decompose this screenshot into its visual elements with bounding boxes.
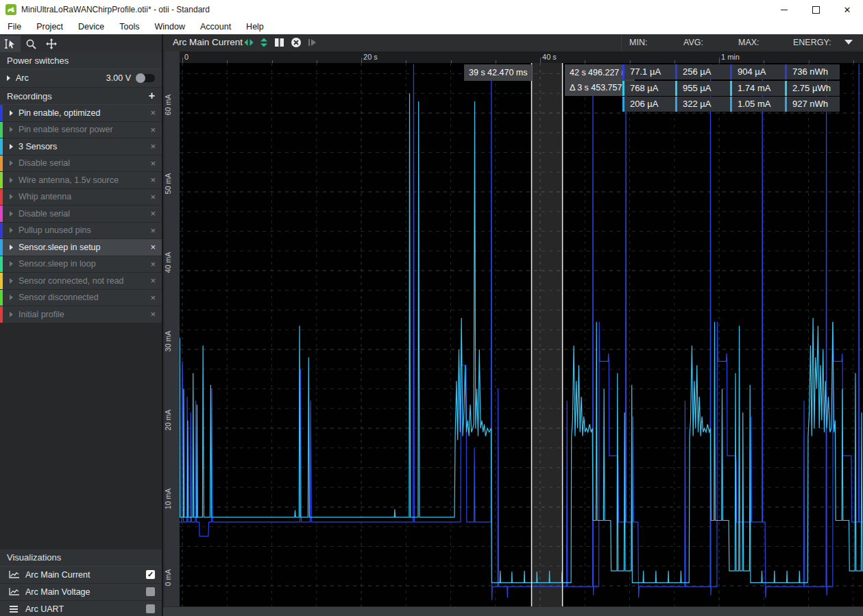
- remove-recording-icon[interactable]: ×: [150, 141, 162, 151]
- stats-cell: 1.05 mA: [730, 97, 785, 112]
- recording-color-stripe: [0, 122, 3, 138]
- recording-item[interactable]: Initial profile×: [0, 306, 162, 323]
- menu-item-tools[interactable]: Tools: [112, 19, 147, 34]
- recording-color-stripe: [0, 239, 3, 256]
- expander-icon[interactable]: [10, 278, 13, 284]
- menu-item-account[interactable]: Account: [193, 19, 239, 34]
- close-button[interactable]: ✕: [831, 0, 863, 19]
- menu-item-device[interactable]: Device: [71, 19, 112, 34]
- recording-item[interactable]: Pullup unused pins×: [0, 223, 162, 240]
- waveform-svg[interactable]: [180, 63, 863, 606]
- recording-item[interactable]: Sensor.sleep in loop×: [0, 256, 162, 273]
- expander-icon[interactable]: [10, 144, 13, 149]
- recording-item[interactable]: Sensor connected, not read×: [0, 273, 162, 290]
- recording-label: Sensor.sleep in loop: [19, 259, 96, 269]
- expander-icon[interactable]: [7, 75, 10, 81]
- recording-item[interactable]: Pin enable sensor power×: [0, 122, 162, 139]
- expander-icon[interactable]: [10, 312, 13, 317]
- remove-recording-icon[interactable]: ×: [150, 175, 162, 185]
- remove-recording-icon[interactable]: ×: [150, 275, 162, 286]
- recording-color-stripe: [0, 273, 3, 289]
- remove-recording-icon[interactable]: ×: [150, 192, 162, 202]
- bottom-bar: [163, 606, 863, 616]
- pan-tool-button[interactable]: [41, 36, 62, 52]
- expander-icon[interactable]: [10, 160, 13, 166]
- stats-col-header: ENERGY:: [793, 38, 831, 47]
- menu-item-file[interactable]: File: [0, 19, 29, 34]
- remove-recording-icon[interactable]: ×: [150, 293, 162, 303]
- remove-recording-icon[interactable]: ×: [150, 225, 162, 236]
- stats-row: 77.1 µA256 µA904 µA736 nWh: [622, 64, 840, 79]
- cursor-tooltip: 39 s 42.470 ms: [464, 64, 532, 81]
- maximize-icon: [812, 6, 820, 14]
- selection-end-label: 42 s 496.227 m: [570, 65, 630, 80]
- ruler-label: 1 min: [721, 53, 740, 61]
- menu-bar: FileProjectDeviceToolsWindowAccountHelp: [0, 19, 863, 35]
- expander-icon[interactable]: [10, 245, 13, 250]
- recording-color-stripe: [0, 189, 3, 206]
- add-recording-button[interactable]: +: [149, 90, 155, 102]
- cursor-time-label: 39 s 42.470 ms: [469, 68, 527, 77]
- arc-voltage: 3.00 V: [106, 73, 131, 83]
- remove-recording-icon[interactable]: ×: [150, 108, 162, 118]
- maximize-button[interactable]: [800, 0, 831, 19]
- recording-label: Sensor disconnected: [19, 293, 99, 302]
- minimize-button[interactable]: [768, 0, 800, 19]
- recording-item[interactable]: Sensor disconnected×: [0, 290, 162, 307]
- ruler-label: 20 s: [363, 53, 378, 61]
- stats-table: 77.1 µA256 µA904 µA736 nWh768 µA955 µA1.…: [622, 64, 840, 113]
- expander-icon[interactable]: [10, 110, 13, 116]
- recording-item[interactable]: Sensor.sleep in setup×: [0, 239, 162, 256]
- recording-item[interactable]: Whip antenna×: [0, 189, 162, 206]
- visualization-item[interactable]: Arc Main Current✓: [0, 567, 162, 584]
- plot-area[interactable]: 0 mA10 mA20 mA30 mA40 mA50 mA60 mA: [165, 63, 863, 606]
- y-axis-label: 10 mA: [164, 484, 172, 514]
- checkbox-unchecked[interactable]: [146, 604, 155, 613]
- menu-item-project[interactable]: Project: [29, 19, 71, 34]
- pause-columns-icon[interactable]: [274, 38, 284, 47]
- stats-col-header: MAX:: [738, 38, 759, 47]
- h-expand-icon[interactable]: [244, 38, 254, 47]
- arc-power-toggle[interactable]: [136, 74, 155, 82]
- remove-recording-icon[interactable]: ×: [150, 309, 162, 319]
- stats-dropdown-caret[interactable]: [844, 40, 853, 45]
- remove-recording-icon[interactable]: ×: [150, 208, 162, 219]
- visualization-item[interactable]: Arc Main Voltage: [0, 584, 162, 601]
- select-tool-button[interactable]: [0, 36, 21, 52]
- visualization-item[interactable]: Arc UART: [0, 601, 162, 616]
- expander-icon[interactable]: [10, 177, 13, 183]
- stats-cell: 2.75 µWh: [785, 81, 840, 96]
- time-ruler[interactable]: 020 s40 s1 min: [165, 51, 863, 63]
- recording-item[interactable]: 3 Sensors×: [0, 138, 162, 156]
- expander-icon[interactable]: [10, 211, 13, 217]
- menu-item-window[interactable]: Window: [147, 19, 192, 34]
- expander-icon[interactable]: [10, 227, 13, 233]
- recording-color-stripe: [0, 156, 3, 172]
- step-play-icon[interactable]: [308, 38, 317, 47]
- power-switches-header: Power switches: [0, 52, 162, 69]
- expander-icon[interactable]: [10, 295, 13, 300]
- recording-item[interactable]: Disable serial×: [0, 206, 162, 223]
- v-expand-icon[interactable]: [260, 38, 268, 47]
- recording-item[interactable]: Pin enable, optimized×: [0, 105, 162, 122]
- remove-recording-icon[interactable]: ×: [150, 125, 162, 135]
- stats-cell: 77.1 µA: [622, 64, 675, 79]
- zoom-tool-button[interactable]: [21, 36, 41, 52]
- checkbox-unchecked[interactable]: [146, 587, 155, 596]
- recording-label: Wire antenna, 1.5v source: [19, 175, 119, 185]
- expander-icon[interactable]: [10, 261, 13, 267]
- remove-recording-icon[interactable]: ×: [150, 259, 162, 269]
- recording-item[interactable]: Disable serial×: [0, 156, 162, 173]
- chart-top-bar: Arc Main Current MIN:AVG:MAX:ENERGY:: [163, 34, 863, 52]
- remove-recording-icon[interactable]: ×: [150, 158, 162, 169]
- recording-item[interactable]: Wire antenna, 1.5v source×: [0, 172, 162, 189]
- expander-icon[interactable]: [10, 127, 13, 132]
- remove-recording-icon[interactable]: ×: [150, 242, 162, 252]
- power-switch-arc[interactable]: Arc 3.00 V: [0, 69, 162, 88]
- menu-item-help[interactable]: Help: [239, 19, 271, 34]
- checkbox-checked[interactable]: ✓: [146, 570, 155, 579]
- pan-icon: [45, 38, 58, 50]
- clear-circle-icon[interactable]: [291, 37, 302, 48]
- expander-icon[interactable]: [10, 194, 13, 199]
- divider: [621, 34, 622, 51]
